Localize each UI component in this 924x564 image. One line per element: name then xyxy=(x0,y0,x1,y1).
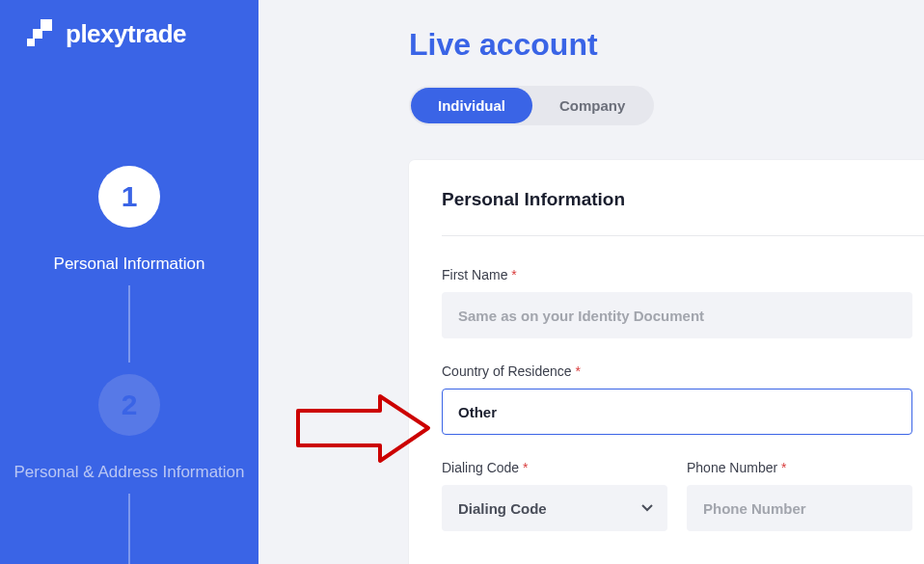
toggle-individual[interactable]: Individual xyxy=(411,88,532,123)
toggle-company[interactable]: Company xyxy=(532,88,652,123)
first-name-input[interactable] xyxy=(442,292,912,338)
section-title: Personal Information xyxy=(442,189,924,236)
step-connector xyxy=(128,285,130,363)
dialing-code-label: Dialing Code * xyxy=(442,460,667,475)
phone-number-field: Phone Number * xyxy=(687,460,912,531)
dialing-code-field: Dialing Code * xyxy=(442,460,667,531)
logo-icon xyxy=(23,17,56,50)
form-card: Personal Information First Name * Countr… xyxy=(409,160,924,564)
country-label: Country of Residence * xyxy=(442,363,912,379)
country-field: Country of Residence * xyxy=(442,363,912,435)
svg-rect-1 xyxy=(33,29,42,39)
country-select[interactable] xyxy=(442,389,912,435)
first-name-label: First Name * xyxy=(442,267,912,282)
step-1-circle[interactable]: 1 xyxy=(98,166,160,228)
svg-rect-2 xyxy=(27,39,35,46)
step-connector xyxy=(128,494,130,564)
step-2-circle[interactable]: 2 xyxy=(98,374,160,436)
sidebar: plexytrade 1 Personal Information 2 Pers… xyxy=(0,0,258,564)
phone-number-label: Phone Number * xyxy=(687,460,912,475)
step-list: 1 Personal Information 2 Personal & Addr… xyxy=(0,166,258,564)
step-1-label: Personal Information xyxy=(54,255,205,274)
phone-number-input[interactable] xyxy=(687,485,912,531)
page-title: Live account xyxy=(409,27,924,63)
first-name-field: First Name * xyxy=(442,267,912,338)
dialing-code-select[interactable] xyxy=(442,485,667,531)
step-2-label: Personal & Address Information xyxy=(14,463,244,482)
main-content: Live account Individual Company Personal… xyxy=(258,0,924,564)
brand-name: plexytrade xyxy=(66,19,186,49)
annotation-arrow-icon xyxy=(293,391,438,469)
brand-logo: plexytrade xyxy=(0,17,258,50)
account-type-toggle: Individual Company xyxy=(409,86,654,125)
